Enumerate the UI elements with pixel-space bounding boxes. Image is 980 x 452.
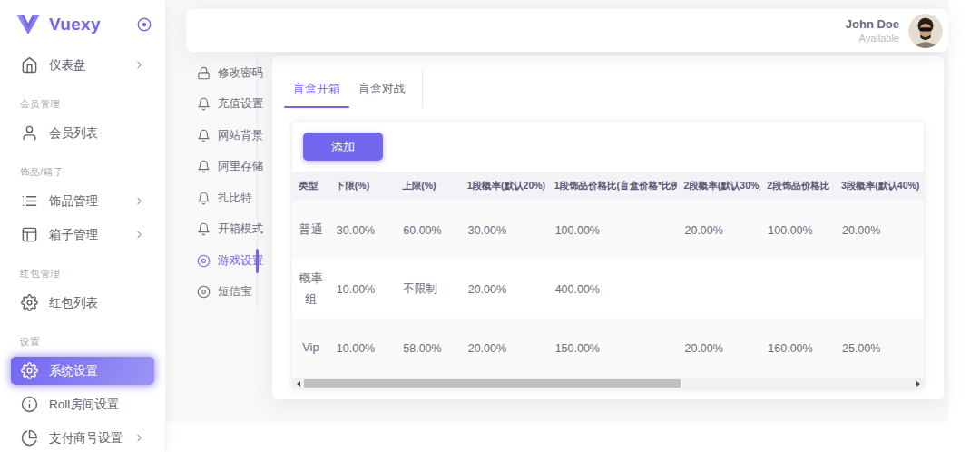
table-cell: 10.00% bbox=[329, 319, 396, 378]
lock-icon bbox=[197, 66, 211, 80]
table-row: 概率组10.00%不限制20.00%400.00% bbox=[292, 260, 924, 319]
settings-menu-item-label: 扎比特 bbox=[218, 191, 252, 206]
settings-menu-item-label: 开箱模式 bbox=[218, 221, 263, 237]
sidebar-item-label: 仪表盘 bbox=[49, 57, 133, 74]
table-cell: 30.00% bbox=[461, 201, 548, 260]
sidebar-item[interactable]: Roll房间设置 bbox=[11, 390, 154, 418]
sidebar-section-label: 会员管理 bbox=[0, 98, 165, 111]
vuexy-logo-icon bbox=[16, 15, 40, 34]
settings-menu-item[interactable]: 开箱模式 bbox=[181, 214, 257, 246]
sidebar-nav: 仪表盘会员管理会员列表饰品/箱子饰品管理箱子管理红包管理红包列表设置系统设置Ro… bbox=[0, 44, 165, 452]
table-cell bbox=[677, 260, 760, 319]
settings-menu-item[interactable]: 短信宝 bbox=[181, 277, 257, 309]
settings-menu-item-label: 网站背景 bbox=[218, 128, 263, 143]
brand-row: Vuexy bbox=[0, 0, 165, 44]
column-header: 下限(%) bbox=[329, 172, 396, 201]
gear-icon bbox=[21, 294, 38, 311]
pie-icon bbox=[21, 429, 38, 447]
brand-name: Vuexy bbox=[49, 15, 136, 34]
chevron-icon bbox=[133, 229, 145, 241]
sidebar-item[interactable]: 系统设置 bbox=[11, 357, 154, 385]
settings-menu-item-label: 充值设置 bbox=[218, 96, 263, 112]
table-cell bbox=[835, 260, 924, 319]
page-root: Vuexy 仪表盘会员管理会员列表饰品/箱子饰品管理箱子管理红包管理红包列表设置… bbox=[0, 0, 980, 452]
sidebar-section-label: 设置 bbox=[0, 336, 165, 349]
scroll-left-arrow-icon[interactable] bbox=[292, 378, 304, 389]
column-header: 类型 bbox=[292, 172, 329, 201]
bell-icon bbox=[197, 192, 211, 205]
table-header-row: 类型下限(%)上限(%)1段概率(默认20%)1段饰品价格比(盲盒价格*比例)2… bbox=[292, 172, 924, 201]
main-sidebar: Vuexy 仪表盘会员管理会员列表饰品/箱子饰品管理箱子管理红包管理红包列表设置… bbox=[0, 0, 166, 452]
main-content-card: 盲盒开箱盲盒对战 添加 类型下限(%)上限(%)1段概率(默认20%)1段饰品价… bbox=[272, 56, 944, 399]
user-name: John Doe bbox=[846, 17, 899, 31]
settings-menu-item-label: 修改密码 bbox=[218, 65, 263, 81]
column-header: 1段饰品价格比(盲盒价格*比例) bbox=[548, 172, 678, 201]
settings-menu-item[interactable]: 阿里存储 bbox=[181, 152, 257, 183]
user-icon bbox=[21, 124, 38, 142]
column-header: 3段概率(默认40%) bbox=[835, 172, 924, 201]
user-avatar[interactable] bbox=[908, 14, 943, 48]
sidebar-item[interactable]: 红包列表 bbox=[11, 289, 154, 317]
column-header: 2段饰品价格比 bbox=[760, 172, 835, 201]
tab-blindbox-open[interactable]: 盲盒开箱 bbox=[284, 69, 349, 108]
chevron-icon bbox=[133, 195, 145, 207]
sidebar-section-label: 饰品/箱子 bbox=[0, 166, 165, 179]
table-cell: 60.00% bbox=[396, 201, 460, 260]
tab-blindbox-battle[interactable]: 盲盒对战 bbox=[349, 69, 415, 108]
home-icon bbox=[21, 56, 38, 74]
settings-table: 类型下限(%)上限(%)1段概率(默认20%)1段饰品价格比(盲盒价格*比例)2… bbox=[292, 172, 924, 378]
sidebar-item[interactable]: 支付商号设置 bbox=[11, 424, 154, 452]
scrollbar-thumb[interactable] bbox=[304, 379, 681, 388]
sidebar-item-label: Roll房间设置 bbox=[49, 397, 145, 413]
settings-menu-item[interactable]: 游戏设置 bbox=[181, 245, 257, 277]
disc-icon bbox=[197, 285, 211, 299]
add-button[interactable]: 添加 bbox=[303, 133, 383, 161]
bell-icon bbox=[197, 222, 211, 236]
tab-bar: 盲盒开箱盲盒对战 bbox=[272, 56, 944, 108]
column-header: 上限(%) bbox=[396, 172, 460, 201]
table-cell: 普通 bbox=[292, 201, 329, 260]
table-row: 普通30.00%60.00%30.00%100.00%20.00%100.00%… bbox=[292, 201, 924, 260]
settings-menu-item[interactable]: 扎比特 bbox=[181, 182, 257, 214]
disc-icon bbox=[197, 254, 211, 268]
bell-icon bbox=[197, 160, 211, 173]
sidebar-item[interactable]: 饰品管理 bbox=[11, 187, 154, 215]
sidebar-item-label: 饰品管理 bbox=[49, 193, 133, 210]
table-cell: 100.00% bbox=[760, 201, 835, 260]
settings-sub-menu: 修改密码充值设置网站背景阿里存储扎比特开箱模式游戏设置短信宝 bbox=[181, 57, 258, 310]
table-cell: 20.00% bbox=[461, 319, 548, 378]
table-row: Vip10.00%58.00%20.00%150.00%20.00%160.00… bbox=[292, 319, 924, 378]
table-cell: 25.00% bbox=[835, 319, 924, 378]
table-cell: 概率组 bbox=[292, 260, 329, 319]
sidebar-item-label: 红包列表 bbox=[49, 295, 145, 311]
user-status: Available bbox=[846, 33, 899, 44]
tab-divider bbox=[422, 69, 423, 108]
sidebar-item-label: 会员列表 bbox=[49, 125, 145, 142]
settings-menu-item[interactable]: 充值设置 bbox=[181, 89, 257, 121]
user-dropdown[interactable]: John Doe Available bbox=[846, 14, 943, 48]
settings-menu-item-label: 阿里存储 bbox=[218, 159, 263, 174]
sidebar-item-label: 支付商号设置 bbox=[49, 430, 133, 447]
sidebar-item[interactable]: 箱子管理 bbox=[11, 221, 154, 249]
sidebar-pin-toggle-icon[interactable] bbox=[136, 16, 152, 33]
sidebar-item[interactable]: 仪表盘 bbox=[11, 51, 154, 79]
sidebar-item[interactable]: 会员列表 bbox=[11, 119, 154, 147]
sidebar-item-label: 箱子管理 bbox=[49, 227, 133, 243]
scrollbar-track[interactable] bbox=[304, 379, 912, 388]
table-cell: 400.00% bbox=[548, 260, 678, 319]
bell-icon bbox=[197, 129, 211, 142]
table-cell: 100.00% bbox=[548, 201, 678, 260]
settings-menu-item[interactable]: 网站背景 bbox=[181, 120, 257, 152]
table-cell: Vip bbox=[292, 319, 329, 378]
table-cell bbox=[760, 260, 835, 319]
sidebar-section-label: 红包管理 bbox=[0, 268, 165, 280]
scroll-right-arrow-icon[interactable] bbox=[912, 378, 924, 389]
settings-menu-item[interactable]: 修改密码 bbox=[181, 57, 257, 89]
settings-menu-item-label: 游戏设置 bbox=[218, 253, 263, 269]
table-cell: 150.00% bbox=[548, 319, 678, 378]
gear-icon bbox=[21, 362, 38, 379]
info-icon bbox=[21, 396, 38, 413]
sidebar-item-label: 系统设置 bbox=[49, 363, 145, 379]
column-header: 1段概率(默认20%) bbox=[461, 172, 548, 201]
column-header: 2段概率(默认30%) bbox=[677, 172, 760, 201]
